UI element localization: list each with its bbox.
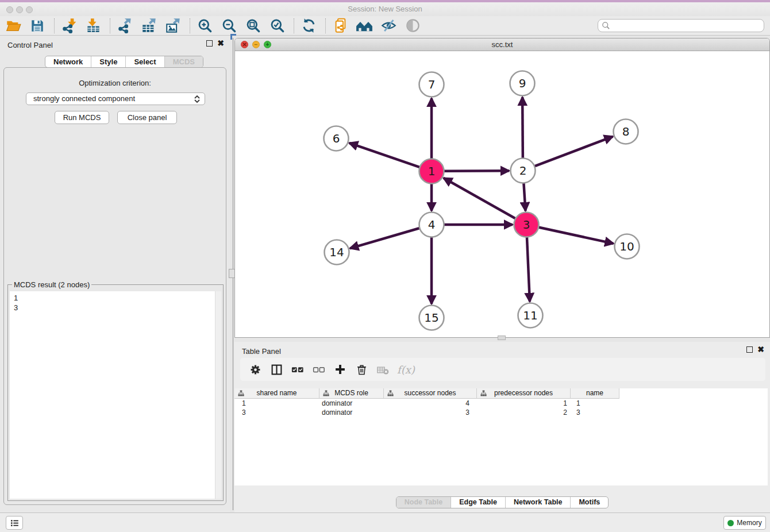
- graph-node[interactable]: 14: [325, 240, 349, 265]
- graph-edge[interactable]: [444, 178, 515, 219]
- export-network-button[interactable]: [116, 17, 133, 34]
- cell-predecessor-nodes[interactable]: 1: [477, 399, 571, 408]
- graph-node[interactable]: 7: [419, 72, 444, 97]
- import-table-button[interactable]: [84, 17, 102, 34]
- delete-column-button[interactable]: [353, 361, 369, 377]
- graph-node[interactable]: 9: [510, 71, 535, 96]
- graph-node[interactable]: 4: [419, 213, 444, 237]
- export-table-button[interactable]: [140, 17, 157, 34]
- export-image-button[interactable]: [164, 17, 182, 34]
- column-layout-button[interactable]: [268, 361, 284, 377]
- graph-node[interactable]: 2: [511, 159, 536, 183]
- function-builder-button[interactable]: f(x): [397, 364, 415, 376]
- cell-mcds-role[interactable]: dominator: [319, 399, 384, 408]
- deselect-all-rows-button[interactable]: [311, 361, 327, 377]
- cell-successor-nodes[interactable]: 3: [384, 408, 477, 417]
- graph-node[interactable]: 8: [614, 119, 638, 144]
- graph-edge[interactable]: [349, 143, 420, 167]
- toolbar-separator: [190, 18, 190, 33]
- graph-node[interactable]: 3: [514, 213, 539, 237]
- float-table-panel-icon[interactable]: [746, 346, 753, 353]
- table-row[interactable]: 1 dominator 4 1 1: [234, 399, 768, 408]
- graph-edge[interactable]: [538, 228, 614, 244]
- float-panel-icon[interactable]: [206, 40, 213, 47]
- status-bar: Memory: [0, 512, 770, 532]
- tab-select[interactable]: Select: [125, 56, 164, 67]
- cell-successor-nodes[interactable]: 4: [384, 399, 477, 408]
- cell-predecessor-nodes[interactable]: 2: [477, 408, 571, 417]
- zoom-out-icon: [221, 18, 237, 33]
- tab-motifs[interactable]: Motifs: [570, 497, 608, 508]
- close-panel-button[interactable]: Close panel: [117, 111, 177, 124]
- graph-node[interactable]: 1: [419, 159, 444, 184]
- graph-edge[interactable]: [523, 183, 525, 211]
- add-column-button[interactable]: [332, 361, 348, 377]
- column-header-successor-nodes[interactable]: successor nodes: [384, 388, 477, 399]
- import-network-button[interactable]: [60, 17, 78, 34]
- graph-node[interactable]: 6: [324, 126, 349, 151]
- show-overview-button[interactable]: [356, 17, 373, 34]
- horizontal-splitter-grip[interactable]: [498, 336, 506, 340]
- tab-style[interactable]: Style: [91, 56, 125, 67]
- graph-edge[interactable]: [534, 137, 613, 167]
- cell-mcds-role[interactable]: dominator: [319, 408, 384, 417]
- network-canvas[interactable]: 1234678910111415: [235, 51, 769, 337]
- search-input[interactable]: [598, 19, 764, 32]
- cell-name[interactable]: 1: [571, 399, 619, 408]
- show-graphics-details-button[interactable]: [404, 17, 421, 34]
- control-panel-title: Control Panel: [7, 41, 53, 49]
- network-graph: 1234678910111415: [235, 51, 769, 337]
- graph-edge[interactable]: [527, 237, 530, 302]
- network-window-titlebar[interactable]: ✕ − + scc.txt: [235, 38, 769, 51]
- close-table-panel-icon[interactable]: ✖: [757, 346, 764, 353]
- graph-edge[interactable]: [522, 97, 523, 159]
- select-all-rows-button[interactable]: [290, 361, 306, 377]
- graph-node[interactable]: 15: [419, 306, 444, 330]
- graph-edge[interactable]: [350, 228, 419, 248]
- cell-shared-name[interactable]: 1: [234, 399, 319, 408]
- copy-network-view-button[interactable]: [332, 17, 349, 34]
- column-header-predecessor-nodes[interactable]: predecessor nodes: [477, 388, 571, 399]
- tab-network-table[interactable]: Network Table: [505, 497, 571, 508]
- show-task-history-button[interactable]: [6, 516, 23, 530]
- memory-button[interactable]: Memory: [723, 516, 766, 530]
- export-image-icon: [165, 18, 181, 33]
- table-toolbar: f(x): [240, 358, 765, 381]
- graph-node-label: 8: [622, 125, 630, 138]
- tab-mcds[interactable]: MCDS: [164, 56, 203, 67]
- mcds-result-list[interactable]: 1 3: [10, 291, 221, 499]
- cell-shared-name[interactable]: 3: [234, 408, 319, 417]
- run-mcds-button[interactable]: Run MCDS: [55, 111, 109, 124]
- tab-edge-table[interactable]: Edge Table: [451, 497, 505, 508]
- criterion-dropdown[interactable]: strongly connected component: [26, 92, 205, 105]
- tab-node-table[interactable]: Node Table: [396, 497, 451, 508]
- delete-table-button[interactable]: [375, 361, 391, 377]
- graph-node-label: 1: [428, 164, 436, 178]
- zoom-in-button[interactable]: [196, 17, 213, 34]
- graph-edge[interactable]: [444, 171, 509, 171]
- hide-graphics-details-button[interactable]: [380, 17, 397, 34]
- table-settings-button[interactable]: [247, 361, 263, 377]
- result-scrollbar[interactable]: [215, 291, 221, 499]
- zoom-out-button[interactable]: [220, 17, 237, 34]
- refresh-view-button[interactable]: [300, 17, 317, 34]
- zoom-fit-button[interactable]: [244, 17, 261, 34]
- column-header-shared-name[interactable]: shared name: [234, 388, 319, 399]
- graph-node[interactable]: 11: [518, 303, 543, 328]
- graph-node-label: 6: [333, 132, 340, 145]
- tab-network[interactable]: Network: [45, 56, 91, 67]
- graph-node-label: 2: [519, 164, 527, 178]
- column-header-name[interactable]: name: [571, 388, 619, 399]
- close-panel-icon[interactable]: ✖: [217, 40, 224, 47]
- table-row[interactable]: 3 dominator 3 2 3: [234, 408, 768, 417]
- open-file-button[interactable]: [5, 17, 22, 34]
- column-type-icon: [387, 390, 394, 396]
- graph-node[interactable]: 10: [615, 234, 640, 259]
- column-header-mcds-role[interactable]: MCDS role: [319, 388, 384, 399]
- zoom-selected-button[interactable]: [268, 17, 286, 34]
- cell-name[interactable]: 3: [571, 408, 619, 417]
- toolbar-separator: [54, 18, 55, 33]
- save-icon: [30, 18, 45, 33]
- control-panel-tabs: Network Style Select MCDS: [45, 56, 203, 68]
- save-session-button[interactable]: [29, 17, 46, 34]
